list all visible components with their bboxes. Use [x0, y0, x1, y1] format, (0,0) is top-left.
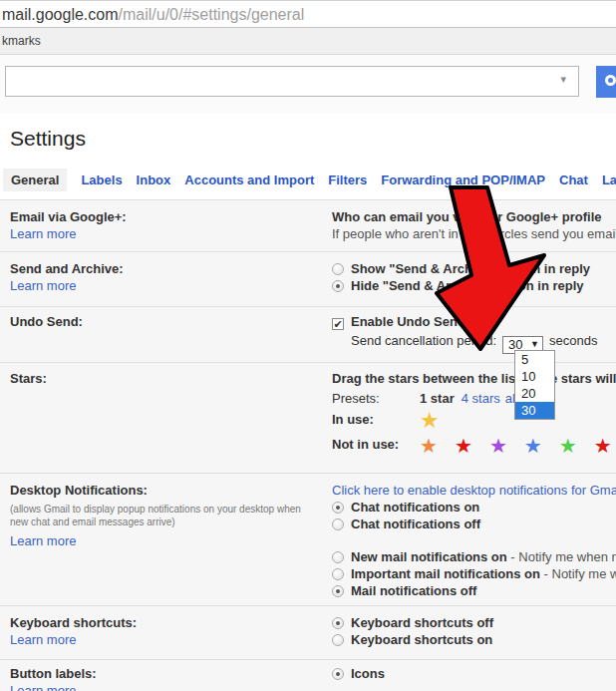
option-important-mail-notifications[interactable]: Important mail notifications on - Notify… [332, 565, 616, 582]
tab-chat[interactable]: Chat [559, 173, 588, 187]
radio-unselected[interactable] [332, 634, 344, 646]
row-label: Undo Send: [10, 313, 332, 330]
option-hide-send-archive[interactable]: Hide "Send & Archive" button in reply [332, 277, 616, 294]
star-icon[interactable]: ★ [489, 436, 507, 456]
row-label: Stars: [10, 370, 332, 387]
star-icon[interactable]: ★ [455, 436, 472, 456]
row-label: Keyboard shortcuts: [10, 614, 332, 631]
row-email-via-google: Email via Google+: Learn more Who can em… [0, 200, 616, 252]
row-label: Desktop Notifications: [10, 482, 332, 499]
search-input[interactable]: ▾ [5, 66, 579, 97]
enable-desktop-notifications-link[interactable]: Click here to enable desktop notificatio… [332, 483, 616, 498]
option-chat-notifications-on[interactable]: Chat notifications on [332, 499, 616, 516]
learn-more-link[interactable]: Learn more [10, 683, 76, 691]
dropdown-option-10[interactable]: 10 [515, 368, 554, 385]
preset-4-stars[interactable]: 4 stars [462, 391, 500, 406]
period-dropdown-list: 5102030 [514, 350, 555, 420]
tab-labels[interactable]: Labels [81, 173, 122, 187]
radio-unselected[interactable] [332, 263, 344, 275]
option-label: New mail notifications on [351, 549, 507, 564]
stars-presets-line: Presets:1 star4 starsall stars [332, 390, 616, 407]
url-host: mail.google.com [2, 6, 119, 23]
option-label: Important mail notifications on [351, 566, 540, 581]
option-label: Chat notifications off [351, 517, 480, 531]
radio-unselected[interactable] [332, 518, 344, 530]
period-label: Send cancellation period: [351, 333, 496, 348]
tab-filters[interactable]: Filters [328, 173, 367, 187]
screen: mail.google.com/mail/u/0/#settings/gener… [0, 0, 616, 691]
tab-inbox[interactable]: Inbox [137, 173, 171, 187]
url-path: /mail/u/0/#settings/general [119, 6, 305, 23]
learn-more-link[interactable]: Learn more [10, 226, 76, 241]
row-desktop-notifications: Desktop Notifications: (allows Gmail to … [0, 474, 616, 606]
stars-in-use-line: In use:★ [332, 411, 616, 431]
option-label: Mail notifications off [351, 583, 476, 598]
stars-not-in-use-line: Not in use:★★★★★★ [332, 436, 616, 456]
settings-table: Email via Google+: Learn more Who can em… [0, 199, 616, 691]
chevron-down-icon[interactable]: ▾ [560, 73, 566, 86]
dropdown-option-5[interactable]: 5 [515, 351, 554, 368]
row-button-labels: Button labels: Learn more Icons [0, 660, 616, 691]
row-label: Button labels: [10, 665, 332, 682]
option-new-mail-notifications[interactable]: New mail notifications on - Notify me wh… [332, 548, 616, 565]
learn-more-link[interactable]: Learn more [10, 632, 76, 647]
star-icon[interactable]: ★ [420, 411, 440, 431]
tab-general[interactable]: General [3, 169, 67, 191]
star-icon[interactable]: ★ [594, 436, 612, 456]
page-title: Settings [0, 114, 616, 151]
search-button[interactable] [596, 66, 616, 98]
option-suffix: - Notify me when new mail arrives in my … [507, 549, 616, 564]
dropdown-option-30[interactable]: 30 [515, 402, 554, 419]
learn-more-link[interactable]: Learn more [10, 278, 76, 293]
radio-selected[interactable] [332, 617, 344, 629]
browser-address-bar[interactable]: mail.google.com/mail/u/0/#settings/gener… [0, 0, 616, 28]
radio-unselected[interactable] [332, 551, 344, 563]
option-label: Enable Undo Send [351, 314, 465, 329]
radio-selected[interactable] [332, 668, 344, 680]
option-label: Show "Send & Archive" button in reply [351, 261, 590, 276]
row-label: Send and Archive: [10, 260, 332, 277]
tab-accounts-and-import[interactable]: Accounts and Import [184, 173, 314, 187]
row-note: (allows Gmail to display popup notificat… [10, 503, 309, 528]
period-unit: seconds [549, 333, 597, 348]
option-keyboard-shortcuts-off[interactable]: Keyboard shortcuts off [332, 614, 616, 631]
option-mail-notifications-off[interactable]: Mail notifications off [332, 582, 616, 599]
row-send-and-archive: Send and Archive: Learn more Show "Send … [0, 252, 616, 307]
option-label: Keyboard shortcuts on [351, 632, 492, 647]
learn-more-link[interactable]: Learn more [10, 532, 76, 549]
search-icon [605, 75, 616, 86]
cancellation-period-line: Send cancellation period:30▼seconds [332, 332, 616, 354]
not-in-use-stars: ★★★★★★ [420, 437, 616, 452]
not-in-use-label: Not in use: [332, 436, 420, 453]
star-icon[interactable]: ★ [420, 436, 438, 456]
checkbox-checked[interactable]: ✔ [332, 318, 344, 330]
radio-selected[interactable] [332, 280, 344, 292]
dropdown-option-20[interactable]: 20 [515, 385, 554, 402]
row-keyboard-shortcuts: Keyboard shortcuts: Learn more Keyboard … [0, 606, 616, 660]
stars-description: Drag the stars between the lists. The st… [332, 370, 616, 387]
bookmarks-label: kmarks [2, 34, 41, 48]
radio-unselected[interactable] [332, 568, 344, 580]
tab-forwarding-and-pop-imap[interactable]: Forwarding and POP/IMAP [381, 173, 545, 187]
option-suffix: - Notify me when an important message ar… [540, 566, 616, 581]
tab-labs[interactable]: Labs [602, 173, 616, 187]
option-button-labels-icons[interactable]: Icons [332, 665, 616, 682]
radio-selected[interactable] [332, 502, 344, 514]
radio-selected[interactable] [332, 585, 344, 597]
email-via-google-detail: If people who aren't in your circles sen… [332, 225, 616, 242]
presets-label: Presets: [332, 390, 420, 407]
star-icon[interactable]: ★ [559, 436, 577, 456]
settings-tabs: GeneralLabelsInboxAccounts and ImportFil… [0, 167, 616, 192]
preset-1-star[interactable]: 1 star [420, 391, 455, 406]
option-label: Hide "Send & Archive" button in reply [351, 278, 584, 293]
option-label: Keyboard shortcuts off [351, 615, 493, 630]
option-show-send-archive[interactable]: Show "Send & Archive" button in reply [332, 260, 616, 277]
enable-undo-send[interactable]: ✔Enable Undo Send [332, 313, 616, 330]
option-chat-notifications-off[interactable]: Chat notifications off [332, 516, 616, 532]
gmail-search-area: ▾ [0, 55, 616, 114]
option-label: Icons [351, 666, 385, 681]
star-icon[interactable]: ★ [524, 436, 542, 456]
option-keyboard-shortcuts-on[interactable]: Keyboard shortcuts on [332, 631, 616, 648]
row-label: Email via Google+: [10, 208, 332, 225]
bookmarks-bar[interactable]: kmarks [0, 28, 616, 55]
